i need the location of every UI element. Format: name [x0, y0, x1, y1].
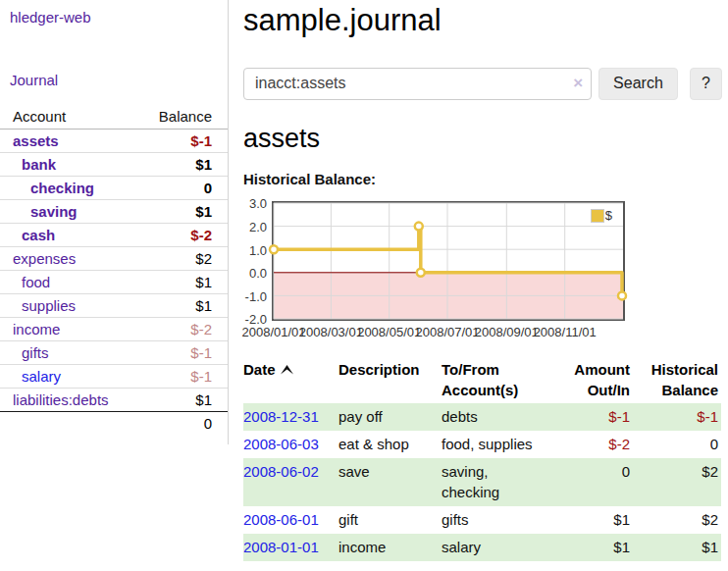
register-header-row: Date Description To/From Account(s) Amou… — [243, 358, 721, 403]
y-tick-label: -1.0 — [243, 289, 267, 304]
chart-title: Historical Balance: — [243, 171, 722, 187]
date-header-label: Date — [243, 361, 276, 378]
register-accounts-cell: food, supplies — [442, 431, 557, 458]
search-box: × — [243, 68, 592, 100]
chart-legend: $ — [591, 208, 613, 223]
register-date-cell: 2008-06-03 — [243, 431, 338, 458]
y-tick-label: 0.0 — [243, 266, 267, 281]
sidebar-account-row: bank$1 — [0, 153, 228, 177]
y-tick-label: 3.0 — [243, 196, 267, 211]
sidebar-account-link[interactable]: checking — [4, 180, 94, 196]
sidebar-account-link[interactable]: bank — [4, 156, 56, 173]
register-row: 2008-06-03eat & shopfood, supplies$-20 — [243, 431, 721, 458]
search-input[interactable] — [243, 68, 592, 100]
register-amount-cell: $-2 — [557, 431, 633, 458]
register-amount-cell: $1 — [557, 534, 633, 561]
sidebar-account-row: gifts$-1 — [0, 341, 228, 365]
sidebar-account-link[interactable]: cash — [4, 227, 55, 243]
y-tick-label: 2.0 — [243, 220, 267, 234]
sidebar-account-link[interactable]: liabilities:debts — [4, 391, 109, 408]
register-date-cell: 2008-06-01 — [243, 506, 338, 534]
register-balance-cell: 0 — [633, 431, 721, 458]
register-description-cell: save — [338, 458, 442, 506]
register-balance-cell: $2 — [633, 458, 721, 506]
register-row: 2008-01-01incomesalary$1$1 — [243, 534, 721, 561]
sidebar-account-balance: $1 — [195, 274, 212, 290]
sidebar-account-link[interactable]: assets — [4, 132, 59, 149]
x-tick-label: 2008/11/01 — [534, 325, 597, 339]
legend-label: $ — [605, 208, 612, 223]
sidebar-account-balance: $-1 — [190, 132, 212, 149]
x-tick-label: 2008/03/01 — [299, 325, 363, 339]
register-amount-cell: $-1 — [557, 403, 633, 431]
page-title: sample.journal — [243, 0, 722, 38]
legend-swatch-icon — [592, 210, 603, 222]
register-row: 2008-06-02savesaving, checking0$2 — [243, 458, 721, 506]
register-date-link[interactable]: 2008-01-01 — [243, 539, 319, 555]
sidebar-account-row: food$1 — [0, 271, 228, 294]
x-tick-label: 2008/05/01 — [357, 325, 421, 339]
register-description-cell: income — [338, 534, 442, 561]
balance-column-header: Historical Balance — [633, 358, 721, 403]
sidebar-account-link[interactable]: food — [4, 274, 50, 290]
balance-chart: 3.02.01.00.0-1.0-2.0 $ 2008/01/012008/03… — [243, 197, 722, 344]
register-accounts-cell: saving, checking — [442, 458, 557, 506]
sidebar-account-row: salary$-1 — [0, 365, 228, 389]
sort-ascending-icon — [281, 360, 293, 380]
sidebar-account-balance: $-1 — [190, 368, 212, 385]
register-row: 2008-06-01giftgifts$1$2 — [243, 506, 721, 534]
main-content: sample.journal × Search ? assets Histori… — [243, 0, 722, 561]
sidebar-account-balance: $-2 — [190, 227, 212, 243]
register-row: 2008-12-31pay offdebts$-1$-1 — [243, 403, 721, 431]
amount-column-header: Amount Out/In — [557, 358, 633, 403]
register-balance-cell: $2 — [633, 506, 721, 534]
search-button[interactable]: Search — [598, 68, 678, 100]
sidebar-account-balance: $1 — [195, 156, 212, 173]
app-title-link[interactable]: hledger-web — [0, 0, 228, 26]
sidebar-account-row: cash$-2 — [0, 224, 228, 247]
sidebar: hledger-web Journal Account Balance asse… — [0, 0, 229, 444]
sidebar-account-link[interactable]: supplies — [4, 297, 76, 314]
register-date-link[interactable]: 2008-06-01 — [243, 511, 319, 528]
register-date-link[interactable]: 2008-06-02 — [243, 463, 319, 480]
register-amount-cell: 0 — [557, 458, 633, 506]
sidebar-account-row: assets$-1 — [0, 130, 228, 153]
register-date-cell: 2008-12-31 — [243, 403, 338, 431]
date-column-header[interactable]: Date — [243, 358, 338, 403]
x-tick-label: 2008/01/01 — [241, 325, 305, 339]
sidebar-account-row: checking0 — [0, 177, 228, 200]
register-balance-cell: $-1 — [633, 403, 721, 431]
sidebar-account-balance: $-1 — [190, 344, 212, 361]
sidebar-account-link[interactable]: expenses — [4, 250, 76, 267]
sidebar-account-balance: $1 — [195, 297, 212, 314]
register-date-link[interactable]: 2008-12-31 — [243, 408, 319, 425]
sidebar-account-link[interactable]: salary — [4, 368, 61, 385]
register-accounts-cell: gifts — [442, 506, 557, 534]
x-tick-label: 2008/09/01 — [475, 325, 539, 339]
sidebar-total-row: 0 — [0, 412, 228, 435]
help-button[interactable]: ? — [690, 68, 722, 100]
sidebar-account-link[interactable]: income — [4, 321, 60, 337]
sidebar-account-balance: $-2 — [190, 321, 212, 337]
sidebar-account-row: supplies$1 — [0, 294, 228, 318]
clear-search-icon[interactable]: × — [573, 74, 583, 93]
sidebar-account-row: income$-2 — [0, 318, 228, 341]
register-table: Date Description To/From Account(s) Amou… — [243, 358, 721, 561]
register-date-cell: 2008-06-02 — [243, 458, 338, 506]
sidebar-account-row: liabilities:debts$1 — [0, 389, 228, 412]
search-form: × Search ? — [243, 68, 722, 100]
register-date-link[interactable]: 2008-06-03 — [243, 436, 319, 452]
sidebar-account-row: saving$1 — [0, 200, 228, 224]
sidebar-account-link[interactable]: gifts — [4, 344, 49, 361]
sidebar-account-link[interactable]: saving — [4, 203, 78, 220]
register-body: 2008-12-31pay offdebts$-1$-12008-06-03ea… — [243, 403, 721, 562]
register-date-cell: 2008-01-01 — [243, 534, 338, 561]
sidebar-accounts-header: Account Balance — [0, 105, 228, 130]
register-balance-cell: $1 — [633, 534, 721, 561]
register-accounts-cell: salary — [442, 534, 557, 561]
sidebar-account-rows: assets$-1bank$1checking0saving$1cash$-2e… — [0, 130, 228, 412]
sidebar-total-balance: 0 — [204, 415, 212, 432]
sidebar-item-journal[interactable]: Journal — [10, 72, 228, 88]
account-column-header: To/From Account(s) — [442, 358, 557, 403]
sidebar-account-balance: $2 — [195, 250, 212, 267]
